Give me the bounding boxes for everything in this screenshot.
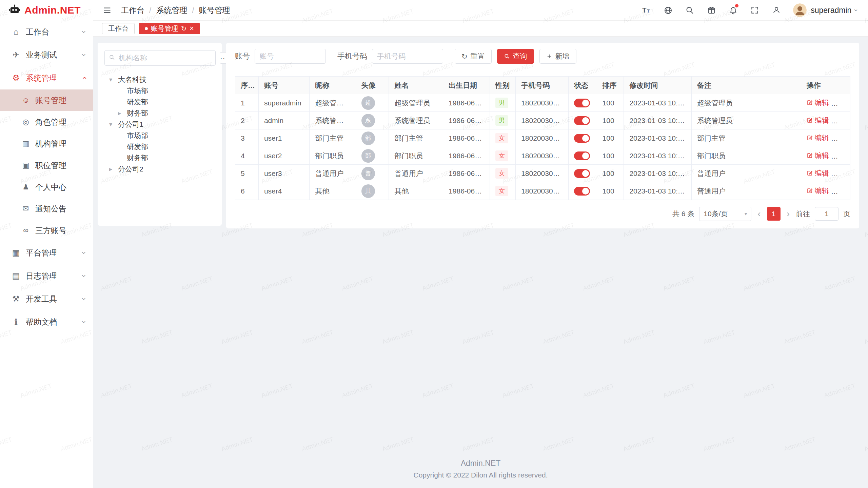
third-party-account-icon: ∞ <box>20 226 31 235</box>
goto-page-input[interactable] <box>815 207 839 221</box>
caret-right-icon[interactable]: ▸ <box>109 165 118 173</box>
toggle-knob <box>582 188 589 195</box>
tree-node[interactable]: ▾分公司1 <box>104 119 215 130</box>
breadcrumb-item-system-management[interactable]: 系统管理 <box>156 5 187 16</box>
breadcrumb-item-account-management[interactable]: 账号管理 <box>199 5 230 16</box>
cell-sort: 100 <box>597 165 624 182</box>
edit-button[interactable]: 编辑 <box>807 133 829 143</box>
sidebar-item-business-test[interactable]: ✈业务测试› <box>0 43 93 66</box>
sidebar-item-label: 职位管理 <box>35 160 93 171</box>
status-toggle[interactable] <box>574 151 590 160</box>
workbench-icon: ⌂ <box>10 27 22 37</box>
sidebar-item-dev-tools[interactable]: ⚒开发工具› <box>0 287 93 310</box>
username: superadmin <box>811 6 851 15</box>
dev-tools-icon: ⚒ <box>10 294 22 304</box>
tree-node[interactable]: 市场部 <box>104 130 215 141</box>
tree-node[interactable]: 市场部 <box>104 85 215 96</box>
sidebar-item-platform-management[interactable]: ▦平台管理› <box>0 241 93 264</box>
cell-avatar: 部 <box>356 147 389 165</box>
edit-button[interactable]: 编辑 <box>807 151 829 160</box>
cell-account: admin <box>258 112 310 129</box>
status-toggle[interactable] <box>574 99 590 107</box>
cell-phone: 18020030720 <box>516 182 569 200</box>
user-icon[interactable] <box>771 5 782 15</box>
user-menu[interactable]: superadmin › <box>793 3 858 17</box>
personal-center-icon: ♟ <box>20 183 31 191</box>
avatar: 部 <box>361 149 375 163</box>
sidebar-item-notice[interactable]: ✉通知公告 <box>0 198 93 220</box>
fullscreen-icon[interactable] <box>750 5 760 15</box>
tree-node[interactable]: ▸财务部 <box>104 107 215 119</box>
add-button[interactable]: 新增 <box>539 49 576 64</box>
tab-refresh-icon[interactable]: ↻ <box>181 25 186 32</box>
caret-down-icon[interactable]: ▾ <box>109 121 118 128</box>
sidebar-item-org-management[interactable]: ▥机构管理 <box>0 133 93 155</box>
sidebar-item-role-management[interactable]: ◎角色管理 <box>0 111 93 133</box>
caret-right-icon[interactable]: ▸ <box>118 109 127 117</box>
sidebar-item-account-management[interactable]: ☺账号管理 <box>0 89 93 111</box>
tree-node[interactable]: 财务部 <box>104 152 215 163</box>
edit-button[interactable]: 编辑 <box>807 168 829 178</box>
org-search-input[interactable] <box>118 54 211 62</box>
tree-node[interactable]: 研发部 <box>104 96 215 107</box>
language-icon[interactable] <box>663 5 673 15</box>
cell-index: 3 <box>235 129 259 147</box>
status-toggle[interactable] <box>574 134 590 143</box>
logo-text: Admin.NET <box>24 4 81 16</box>
account-filter-input[interactable] <box>255 49 326 64</box>
edit-button[interactable]: 编辑 <box>807 98 829 107</box>
tab-workbench[interactable]: 工作台 <box>102 23 135 34</box>
sidebar-item-personal-center[interactable]: ♟个人中心 <box>0 176 93 198</box>
sidebar-item-label: 日志管理 <box>26 271 83 281</box>
caret-down-icon[interactable]: ▾ <box>109 76 118 83</box>
search-button[interactable]: 查询 <box>497 49 534 64</box>
page-number-button[interactable]: 1 <box>767 207 781 221</box>
font-size-icon[interactable]: TT <box>641 5 651 15</box>
edit-button[interactable]: 编辑 <box>807 116 829 125</box>
search-icon[interactable] <box>685 5 695 15</box>
sidebar-item-help-docs[interactable]: ℹ帮助文档› <box>0 310 93 333</box>
row-more-button[interactable]: ··· <box>836 169 846 178</box>
sidebar-item-third-party-account[interactable]: ∞三方账号 <box>0 220 93 241</box>
app-logo[interactable]: Admin.NET <box>0 0 93 20</box>
prev-page-button[interactable]: ‹ <box>756 209 762 219</box>
tab-account-management[interactable]: 账号管理 ↻ × <box>139 23 200 34</box>
sidebar-item-label: 开发工具 <box>26 294 83 304</box>
status-toggle[interactable] <box>574 169 590 178</box>
next-page-button[interactable]: › <box>785 209 791 219</box>
edit-button[interactable]: 编辑 <box>807 186 829 196</box>
row-more-button[interactable]: ··· <box>836 152 846 160</box>
status-toggle[interactable] <box>574 187 590 196</box>
row-more-button[interactable]: ··· <box>836 99 846 107</box>
cell-gender: 男 <box>490 94 515 112</box>
hamburger-menu-icon[interactable] <box>102 5 112 15</box>
page-size-select[interactable]: 10条/页 ▾ <box>699 207 751 221</box>
sidebar-item-system-management[interactable]: ⚙系统管理› <box>0 66 93 89</box>
sidebar-item-log-management[interactable]: ▤日志管理› <box>0 264 93 287</box>
gift-icon[interactable] <box>706 5 716 15</box>
row-more-button[interactable]: ··· <box>836 134 846 143</box>
row-more-button[interactable]: ··· <box>836 187 846 196</box>
tab-close-icon[interactable]: × <box>190 25 194 32</box>
sidebar-item-position-management[interactable]: ▣职位管理 <box>0 155 93 176</box>
sidebar-item-label: 个人中心 <box>35 182 93 192</box>
table-row: 1 superadmin 超级管理员 超 超级管理员 1986-06-28 男 … <box>235 94 850 112</box>
notification-bell-icon[interactable] <box>728 5 738 15</box>
breadcrumb-item-workbench[interactable]: 工作台 <box>121 5 144 16</box>
svg-text:T: T <box>642 6 646 14</box>
reset-button[interactable]: ↻ 重置 <box>455 49 492 64</box>
tree-node[interactable]: ▾大名科技 <box>104 74 215 85</box>
phone-filter-input[interactable] <box>372 49 443 64</box>
cell-gender: 男 <box>490 112 515 129</box>
cell-modified-time: 2023-01-03 10:59:44 <box>624 147 692 165</box>
cell-index: 1 <box>235 94 259 112</box>
tree-node[interactable]: ▸分公司2 <box>104 163 215 175</box>
row-more-button[interactable]: ··· <box>836 117 846 125</box>
tree-node[interactable]: 研发部 <box>104 141 215 152</box>
chevron-down-icon: › <box>80 30 88 33</box>
cell-modified-time: 2023-01-03 10:59:44 <box>624 112 692 129</box>
avatar: 部 <box>361 131 375 145</box>
cell-index: 2 <box>235 112 259 129</box>
sidebar-item-workbench[interactable]: ⌂工作台› <box>0 20 93 43</box>
status-toggle[interactable] <box>574 116 590 125</box>
